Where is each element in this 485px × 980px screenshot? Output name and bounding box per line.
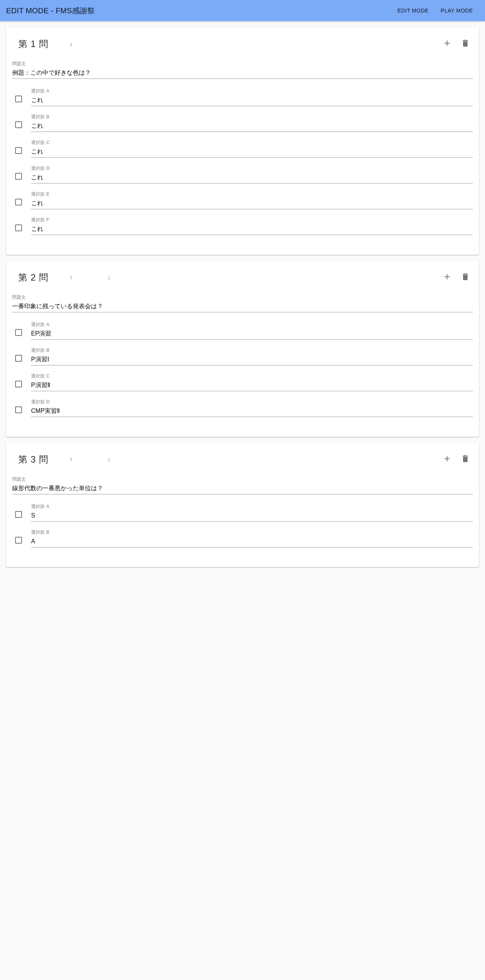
option-field: 選択肢 F (31, 217, 473, 235)
option-label: 選択肢 C (31, 140, 473, 146)
option-row: 選択肢 C (12, 140, 473, 158)
option-field: 選択肢 A (31, 503, 473, 522)
option-input[interactable] (31, 224, 473, 235)
option-checkbox[interactable] (15, 537, 22, 544)
question-text-input[interactable] (12, 68, 473, 79)
option-checkbox[interactable] (15, 199, 22, 205)
option-field: 選択肢 B (31, 114, 473, 132)
add-button[interactable] (439, 270, 455, 285)
move-down-button[interactable]: ↓ (63, 41, 79, 48)
option-label: 選択肢 C (31, 373, 473, 380)
option-field: 選択肢 C (31, 373, 473, 391)
option-input[interactable] (31, 147, 473, 158)
add-button[interactable] (439, 37, 455, 52)
question-text-field: 問題文 (12, 476, 473, 494)
option-input[interactable] (31, 406, 473, 417)
option-input[interactable] (31, 95, 473, 106)
option-row: 選択肢 A (12, 88, 473, 106)
option-input[interactable] (31, 511, 473, 522)
option-checkbox[interactable] (15, 511, 22, 518)
option-field: 選択肢 D (31, 165, 473, 183)
question-header: 第 1 問↓ (12, 37, 473, 52)
option-row: 選択肢 F (12, 217, 473, 235)
option-field: 選択肢 A (31, 88, 473, 106)
question-title: 第 1 問 (18, 38, 49, 50)
option-input[interactable] (31, 121, 473, 132)
play-mode-button[interactable]: PLAY MODE (434, 5, 479, 17)
option-field: 選択肢 A (31, 321, 473, 340)
trash-icon (461, 454, 470, 465)
option-checkbox[interactable] (15, 147, 22, 154)
question-title: 第 2 問 (18, 272, 49, 283)
option-field: 選択肢 B (31, 529, 473, 547)
option-row: 選択肢 D (12, 399, 473, 417)
app-bar: EDIT MODE - FMS感謝祭 EDIT MODE PLAY MODE (0, 0, 485, 21)
option-checkbox[interactable] (15, 355, 22, 362)
option-row: 選択肢 A (12, 503, 473, 522)
move-up-button[interactable]: ↑ (63, 274, 79, 281)
option-input[interactable] (31, 172, 473, 183)
option-checkbox[interactable] (15, 95, 22, 102)
option-row: 選択肢 D (12, 165, 473, 183)
delete-button[interactable] (458, 452, 473, 467)
option-row: 選択肢 A (12, 321, 473, 340)
option-label: 選択肢 B (31, 114, 473, 120)
option-row: 選択肢 B (12, 529, 473, 547)
option-input[interactable] (31, 329, 473, 340)
option-row: 選択肢 B (12, 347, 473, 366)
plus-icon (442, 454, 452, 465)
option-label: 選択肢 B (31, 347, 473, 354)
plus-icon (442, 272, 452, 283)
question-text-field: 問題文 (12, 60, 473, 79)
option-label: 選択肢 D (31, 399, 473, 405)
option-label: 選択肢 D (31, 165, 473, 172)
option-label: 選択肢 B (31, 529, 473, 536)
option-checkbox[interactable] (15, 173, 22, 180)
options-list: 選択肢 A選択肢 B選択肢 C選択肢 D選択肢 E選択肢 F (12, 88, 473, 235)
option-row: 選択肢 B (12, 114, 473, 132)
option-checkbox[interactable] (15, 381, 22, 387)
options-list: 選択肢 A選択肢 B (12, 503, 473, 547)
option-input[interactable] (31, 355, 473, 366)
delete-button[interactable] (458, 37, 473, 52)
option-field: 選択肢 E (31, 191, 473, 209)
question-header: 第 3 問↑↓ (12, 452, 473, 467)
move-up-button[interactable]: ↑ (63, 456, 79, 463)
plus-icon (442, 39, 452, 49)
question-text-label: 問題文 (12, 294, 473, 301)
question-text-input[interactable] (12, 301, 473, 312)
option-row: 選択肢 C (12, 373, 473, 391)
option-checkbox[interactable] (15, 329, 22, 336)
option-label: 選択肢 F (31, 217, 473, 223)
option-input[interactable] (31, 536, 473, 547)
app-title: EDIT MODE - FMS感謝祭 (6, 6, 391, 16)
question-text-input[interactable] (12, 484, 473, 494)
option-field: 選択肢 D (31, 399, 473, 417)
option-checkbox[interactable] (15, 121, 22, 128)
option-checkbox[interactable] (15, 406, 22, 413)
trash-icon (461, 39, 470, 49)
add-button[interactable] (439, 452, 455, 467)
question-title: 第 3 問 (18, 453, 49, 466)
option-field: 選択肢 C (31, 140, 473, 158)
option-input[interactable] (31, 380, 473, 391)
move-down-button[interactable]: ↓ (101, 456, 117, 463)
question-text-field: 問題文 (12, 294, 473, 312)
trash-icon (461, 272, 470, 283)
question-text-label: 問題文 (12, 60, 473, 67)
option-label: 選択肢 E (31, 191, 473, 197)
move-down-button[interactable]: ↓ (101, 274, 117, 281)
question-text-label: 問題文 (12, 476, 473, 483)
question-card: 第 1 問↓問題文選択肢 A選択肢 B選択肢 C選択肢 D選択肢 E選択肢 F (6, 27, 479, 255)
question-card: 第 2 問↑↓問題文選択肢 A選択肢 B選択肢 C選択肢 D (6, 261, 479, 437)
delete-button[interactable] (458, 270, 473, 285)
option-label: 選択肢 A (31, 88, 473, 94)
option-label: 選択肢 A (31, 321, 473, 328)
option-field: 選択肢 B (31, 347, 473, 366)
option-input[interactable] (31, 198, 473, 209)
question-header: 第 2 問↑↓ (12, 270, 473, 285)
options-list: 選択肢 A選択肢 B選択肢 C選択肢 D (12, 321, 473, 417)
option-checkbox[interactable] (15, 224, 22, 231)
question-card: 第 3 問↑↓問題文選択肢 A選択肢 B (6, 443, 479, 567)
edit-mode-button[interactable]: EDIT MODE (391, 5, 434, 17)
